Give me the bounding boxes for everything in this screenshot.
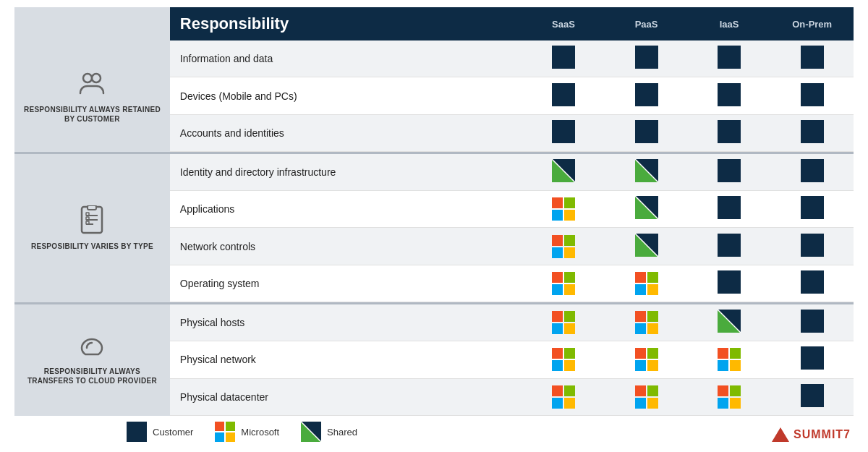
svg-rect-9 [86, 221, 89, 224]
icon-cell-microsoft [605, 378, 688, 415]
paas-header: PaaS [605, 7, 688, 40]
row-name: Accounts and identities [170, 114, 522, 151]
row-name: Network controls [170, 228, 522, 265]
section-icon-retained [22, 69, 163, 101]
icon-cell-customer [522, 114, 605, 151]
responsibility-table: Responsibility SaaS PaaS IaaS On-Prem RE… [14, 7, 854, 416]
icon-cell-customer [770, 114, 854, 151]
icon-cell-microsoft [688, 341, 771, 378]
row-name: Physical hosts [170, 304, 522, 341]
icon-cell-customer [770, 341, 854, 378]
section-label-varies: RESPOSIBILITY VARIES BY TYPE [14, 154, 170, 302]
icon-cell-microsoft [522, 378, 605, 415]
section-label-text-retained: RESPONSIBILITY ALWAYS RETAINED BY CUSTOM… [22, 105, 163, 124]
svg-rect-8 [86, 217, 89, 220]
table-row: RESPOSIBILITY VARIES BY TYPE Identity an… [14, 154, 854, 191]
icon-cell-customer [688, 114, 771, 151]
svg-rect-3 [88, 205, 96, 210]
icon-cell-shared [688, 304, 771, 341]
icon-cell-customer [605, 40, 688, 77]
icon-cell-customer [770, 228, 854, 265]
icon-cell-shared [605, 191, 688, 228]
branding-triangle-icon [772, 427, 789, 442]
customer-label: Customer [153, 427, 193, 438]
legend: Customer Microsoft Shared [14, 416, 854, 445]
row-name: Physical datacenter [170, 378, 522, 415]
shared-icon [301, 422, 321, 442]
microsoft-icon [215, 422, 235, 442]
icon-cell-microsoft [688, 378, 771, 415]
svg-point-0 [83, 74, 92, 82]
icon-cell-microsoft [522, 228, 605, 265]
table-row: RESPONSIBILITY ALWAYS TRANSFERS TO CLOUD… [14, 304, 854, 341]
icon-cell-customer [688, 191, 771, 228]
main-table-wrapper: Responsibility SaaS PaaS IaaS On-Prem RE… [14, 7, 854, 416]
section-label-transfers: RESPONSIBILITY ALWAYS TRANSFERS TO CLOUD… [14, 304, 170, 416]
icon-cell-customer [688, 77, 771, 114]
legend-customer: Customer [127, 422, 193, 442]
empty-header-cell [14, 7, 170, 40]
row-name: Information and data [170, 40, 522, 77]
row-name: Identity and directory infrastructure [170, 154, 522, 191]
icon-cell-customer [770, 304, 854, 341]
icon-cell-customer [605, 114, 688, 151]
icon-cell-shared [522, 154, 605, 191]
icon-cell-customer [688, 228, 771, 265]
legend-shared: Shared [301, 422, 357, 442]
icon-cell-customer [770, 40, 854, 77]
branding: SUMMIT7 [772, 427, 851, 442]
icon-cell-shared [605, 228, 688, 265]
onprem-header: On-Prem [770, 7, 854, 40]
icon-cell-customer [770, 265, 854, 302]
svg-rect-7 [86, 213, 89, 216]
svg-point-1 [92, 74, 101, 82]
icon-cell-customer [770, 378, 854, 415]
icon-cell-microsoft [605, 265, 688, 302]
icon-cell-microsoft [522, 265, 605, 302]
row-name: Devices (Mobile and PCs) [170, 77, 522, 114]
icon-cell-microsoft [522, 341, 605, 378]
row-name: Operating system [170, 265, 522, 302]
table-row: RESPONSIBILITY ALWAYS RETAINED BY CUSTOM… [14, 40, 854, 77]
table-header-row: Responsibility SaaS PaaS IaaS On-Prem [14, 7, 854, 40]
icon-cell-microsoft [605, 304, 688, 341]
row-name: Physical network [170, 341, 522, 378]
icon-cell-customer [770, 191, 854, 228]
section-label-text-varies: RESPOSIBILITY VARIES BY TYPE [22, 242, 163, 251]
section-label-retained: RESPONSIBILITY ALWAYS RETAINED BY CUSTOM… [14, 40, 170, 152]
icon-cell-customer [688, 40, 771, 77]
icon-cell-customer [605, 77, 688, 114]
iaas-header: IaaS [688, 7, 771, 40]
shared-label: Shared [327, 427, 357, 438]
section-label-text-transfers: RESPONSIBILITY ALWAYS TRANSFERS TO CLOUD… [22, 367, 163, 385]
icon-cell-microsoft [522, 304, 605, 341]
section-icon-varies [22, 205, 163, 237]
icon-cell-customer [522, 40, 605, 77]
icon-cell-microsoft [605, 341, 688, 378]
icon-cell-customer [522, 77, 605, 114]
microsoft-label: Microsoft [241, 427, 279, 438]
responsibility-header: Responsibility [170, 7, 522, 40]
page-container: Responsibility SaaS PaaS IaaS On-Prem RE… [0, 0, 868, 452]
section-icon-transfers [22, 335, 163, 362]
customer-icon [127, 422, 147, 442]
icon-cell-customer [770, 77, 854, 114]
icon-cell-microsoft [522, 191, 605, 228]
icon-cell-customer [688, 154, 771, 191]
branding-name: SUMMIT7 [793, 428, 851, 441]
icon-cell-shared [605, 154, 688, 191]
icon-cell-customer [688, 265, 771, 302]
icon-cell-customer [770, 154, 854, 191]
legend-microsoft: Microsoft [215, 422, 279, 442]
saas-header: SaaS [522, 7, 605, 40]
row-name: Applications [170, 191, 522, 228]
